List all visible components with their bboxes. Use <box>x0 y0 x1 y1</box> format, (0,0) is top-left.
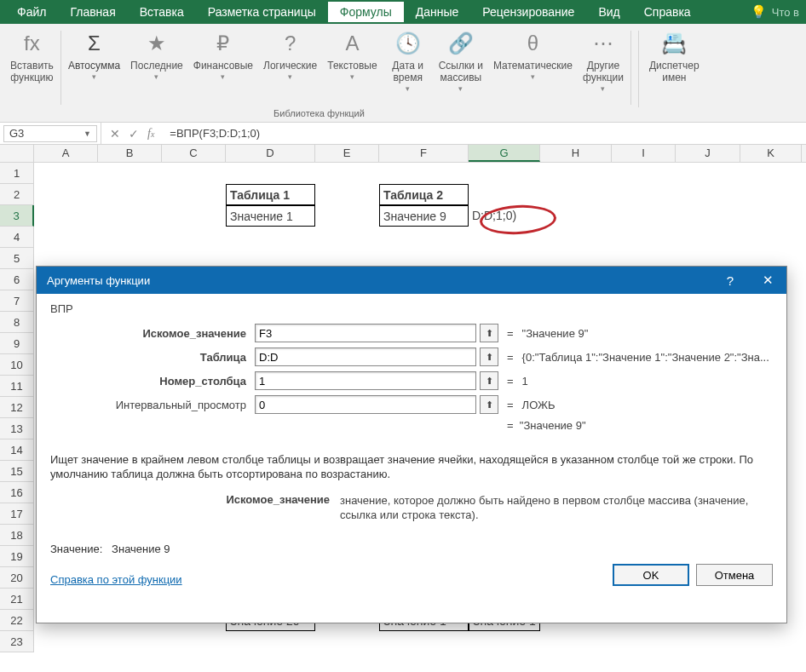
menu-file[interactable]: Файл <box>5 2 58 22</box>
name-box[interactable]: G3 ▼ <box>3 125 97 142</box>
ribbon-button-4[interactable]: ? Логические ▾ <box>258 27 322 120</box>
menu-help[interactable]: Справка <box>632 2 703 22</box>
arg-result: 1 <box>522 375 528 388</box>
arg-result: {0:"Таблица 1":"Значение 1":"Значение 2"… <box>522 351 769 364</box>
ribbon-label: Автосумма <box>68 60 120 72</box>
row-header-15[interactable]: 15 <box>0 461 34 482</box>
range-selector-button[interactable]: ⬆ <box>480 347 498 366</box>
ribbon-dropdown-icon: ▾ <box>92 72 96 81</box>
name-manager-icon: 📇 <box>659 29 688 58</box>
menu-review[interactable]: Рецензирование <box>470 2 586 22</box>
column-header-J[interactable]: J <box>676 145 740 162</box>
row-header-14[interactable]: 14 <box>0 439 34 461</box>
cell-G3[interactable]: D:D;1;0) <box>469 205 540 227</box>
cancel-formula-icon[interactable]: ✕ <box>110 127 120 141</box>
ribbon-button-6[interactable]: 🕓 Дата и время ▾ <box>383 27 434 120</box>
tell-me[interactable]: 💡 Что в <box>751 4 806 20</box>
ribbon-label: Другие функции <box>583 60 624 83</box>
row-header-12[interactable]: 12 <box>0 397 34 418</box>
column-header-H[interactable]: H <box>540 145 612 162</box>
formula-bar: G3 ▼ ✕ ✓ fx =ВПР(F3;D:D;1;0) <box>0 123 806 145</box>
arg-input-0[interactable] <box>255 324 476 342</box>
row-header-2[interactable]: 2 <box>0 184 34 205</box>
column-header-F[interactable]: F <box>379 145 469 162</box>
select-all-corner[interactable] <box>0 145 34 162</box>
arg-equals: = <box>507 399 514 411</box>
accept-formula-icon[interactable]: ✓ <box>129 127 139 141</box>
row-header-23[interactable]: 23 <box>0 631 34 652</box>
row-header-21[interactable]: 21 <box>0 589 34 610</box>
range-selector-button[interactable]: ⬆ <box>480 371 498 390</box>
row-header-5[interactable]: 5 <box>0 248 34 269</box>
arg-equals: = <box>507 375 514 388</box>
cancel-button[interactable]: Отмена <box>696 564 773 586</box>
column-header-G[interactable]: G <box>469 145 540 162</box>
row-header-16[interactable]: 16 <box>0 482 34 503</box>
ribbon-dropdown-icon: ▾ <box>458 84 463 93</box>
ribbon-label: Ссылки и массивы <box>439 60 483 83</box>
row-header-8[interactable]: 8 <box>0 312 34 333</box>
ribbon-dropdown-icon: ▾ <box>288 72 292 81</box>
ribbon-label: Диспетчер имен <box>649 60 699 83</box>
row-header-17[interactable]: 17 <box>0 503 34 525</box>
row-header-4[interactable]: 4 <box>0 227 34 248</box>
column-header-E[interactable]: E <box>315 145 379 162</box>
column-header-K[interactable]: K <box>740 145 802 162</box>
menu-home[interactable]: Главная <box>58 2 127 22</box>
column-header-A[interactable]: A <box>34 145 98 162</box>
column-header-I[interactable]: I <box>612 145 676 162</box>
row-header-22[interactable]: 22 <box>0 610 34 631</box>
cell-D3[interactable]: Значение 1 <box>226 205 315 227</box>
name-box-value: G3 <box>9 127 24 140</box>
menu-formulas[interactable]: Формулы <box>328 2 404 22</box>
menu-view[interactable]: Вид <box>586 2 631 22</box>
menu-pagelayout[interactable]: Разметка страницы <box>196 2 328 22</box>
ribbon-button-1[interactable]: Σ Автосумма ▾ <box>63 27 125 120</box>
column-header-B[interactable]: B <box>98 145 162 162</box>
ribbon-button-3[interactable]: ₽ Финансовые ▾ <box>188 27 258 120</box>
row-header-10[interactable]: 10 <box>0 354 34 376</box>
row-header-7[interactable]: 7 <box>0 290 34 312</box>
row-header-13[interactable]: 13 <box>0 418 34 439</box>
row-header-6[interactable]: 6 <box>0 269 34 290</box>
cell-F2[interactable]: Таблица 2 <box>379 184 469 205</box>
row-header-20[interactable]: 20 <box>0 567 34 589</box>
arg-input-3[interactable] <box>255 395 476 414</box>
arg-input-1[interactable] <box>255 347 476 366</box>
row-header-11[interactable]: 11 <box>0 376 34 397</box>
menu-data[interactable]: Данные <box>404 2 471 22</box>
row-header-19[interactable]: 19 <box>0 546 34 567</box>
ribbon-button-8[interactable]: θ Математические ▾ <box>488 27 578 120</box>
range-selector-button[interactable]: ⬆ <box>480 395 498 414</box>
ribbon-button-7[interactable]: 🔗 Ссылки и массивы ▾ <box>434 27 488 120</box>
range-selector-button[interactable]: ⬆ <box>480 324 498 342</box>
column-header-C[interactable]: C <box>162 145 226 162</box>
row-header-3[interactable]: 3 <box>0 205 34 227</box>
ok-button[interactable]: OK <box>613 564 689 586</box>
name-box-dropdown-icon[interactable]: ▼ <box>83 129 91 138</box>
dialog-titlebar[interactable]: Аргументы функции ? ✕ <box>37 267 786 294</box>
cell-F3[interactable]: Значение 9 <box>379 205 469 227</box>
arg-input-2[interactable] <box>255 371 476 390</box>
fx-icon[interactable]: fx <box>147 127 154 141</box>
ribbon-button-9[interactable]: ⋯ Другие функции ▾ <box>578 27 629 120</box>
cell-D2[interactable]: Таблица 1 <box>226 184 315 205</box>
dialog-arg-description: Искомое_значение значение, которое должн… <box>50 493 773 522</box>
dialog-final-result: = "Значение 9" <box>50 419 773 432</box>
row-header-9[interactable]: 9 <box>0 333 34 354</box>
ribbon-button-2[interactable]: ★ Последние ▾ <box>125 27 188 120</box>
dialog-help-button[interactable]: ? <box>711 267 749 294</box>
ribbon-label: Текстовые <box>327 60 377 72</box>
dialog-value: Значение: Значение 9 <box>50 543 773 555</box>
column-header-D[interactable]: D <box>226 145 315 162</box>
formula-input[interactable]: =ВПР(F3;D:D;1;0) <box>163 123 806 144</box>
row-header-18[interactable]: 18 <box>0 525 34 546</box>
ribbon-label: Логические <box>263 60 317 72</box>
menu-insert[interactable]: Вставка <box>128 2 196 22</box>
ribbon-name-manager[interactable]: 📇 Диспетчер имен <box>644 27 705 83</box>
dialog-help-link[interactable]: Справка по этой функции <box>50 573 182 586</box>
ribbon-button-5[interactable]: A Текстовые ▾ <box>322 27 382 120</box>
row-header-1[interactable]: 1 <box>0 163 34 184</box>
dialog-close-button[interactable]: ✕ <box>749 267 786 294</box>
ribbon-button-0[interactable]: fx Вставить функцию <box>5 27 59 120</box>
